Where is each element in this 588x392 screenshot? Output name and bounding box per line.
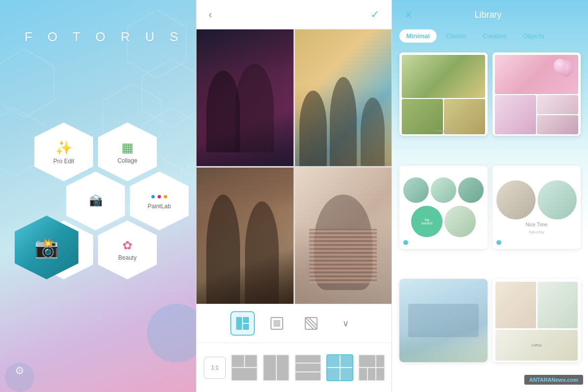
library-title: Library: [415, 10, 561, 20]
close-button[interactable]: ✕: [402, 6, 415, 23]
beauty-label: Beauty: [118, 254, 136, 261]
library-card-6[interactable]: coffee: [492, 279, 581, 362]
svg-rect-11: [273, 320, 280, 327]
svg-rect-8: [243, 317, 249, 323]
panel-library: ✕ Library Minimal Classic Creative Objec…: [392, 0, 588, 392]
toolbar-layout-button[interactable]: [230, 311, 255, 336]
new-badge-3: [403, 240, 408, 245]
library-card-2[interactable]: [492, 52, 581, 136]
library-grid: instagram: [392, 48, 588, 392]
tab-objects[interactable]: Objects: [516, 29, 551, 43]
hex-menu-grid: ✨ Pro Edit ▦ Collage ⬡ 📷 ● ● ●: [24, 122, 172, 289]
beauty-icon: ✿: [122, 239, 132, 252]
watermark-news: News: [552, 377, 566, 383]
back-button[interactable]: ‹: [206, 6, 215, 23]
app-title: F O T O R U S: [24, 29, 184, 45]
confirm-button[interactable]: ✓: [368, 6, 382, 24]
circle-decoration-1: [147, 304, 196, 363]
layout-selector: 1:1: [196, 343, 392, 392]
photo-cell-4[interactable]: [295, 168, 392, 304]
photo-cell-1[interactable]: [196, 29, 294, 166]
panel-editor: ‹ ✓: [196, 0, 392, 392]
new-badge-4: [496, 240, 501, 245]
menu-item-beauty[interactable]: ✿ Beauty: [98, 220, 157, 279]
editor-header: ‹ ✓: [196, 0, 392, 29]
tab-minimal[interactable]: Minimal: [399, 29, 437, 43]
library-card-1[interactable]: instagram: [399, 52, 488, 136]
app-logo: 📸: [15, 216, 78, 279]
library-card-3[interactable]: bigharvest: [399, 166, 488, 249]
layout-option-3[interactable]: [294, 354, 321, 381]
svg-marker-1: [142, 59, 196, 127]
watermark: ANTARANews.com: [524, 375, 583, 385]
photo-grid: [196, 29, 392, 304]
toolbar-more-button[interactable]: ∨: [333, 311, 358, 336]
panel-home: F O T O R U S ✨ Pro Edit ▦ Collage ⬡ 📷: [0, 0, 196, 392]
layout-option-5[interactable]: [358, 354, 385, 381]
watermark-antara: ANTARA: [529, 377, 552, 383]
toolbar-border-button[interactable]: [265, 311, 289, 336]
watermark-suffix: .com: [565, 377, 578, 383]
library-header: ✕ Library: [392, 0, 588, 29]
layout-option-2[interactable]: [263, 354, 290, 381]
collage-icon: ▦: [122, 140, 134, 155]
photo-cell-3[interactable]: [196, 168, 294, 304]
svg-marker-5: [0, 49, 54, 118]
photo-cell-2[interactable]: [295, 29, 392, 166]
ratio-button[interactable]: 1:1: [204, 357, 226, 379]
library-card-5[interactable]: [399, 279, 488, 362]
svg-rect-7: [236, 317, 242, 330]
tab-classic[interactable]: Classic: [439, 29, 473, 43]
layout-option-4[interactable]: [326, 354, 353, 381]
editor-toolbar: ∨: [196, 304, 392, 343]
chevron-down-icon: ∨: [343, 318, 349, 329]
pro-edit-label: Pro Edit: [53, 158, 74, 165]
tab-creative[interactable]: Creative: [476, 29, 513, 43]
paintlab-label: PaintLab: [147, 203, 171, 210]
layout-option-1[interactable]: [231, 354, 258, 381]
pro-edit-icon: ✨: [55, 140, 73, 156]
settings-icon[interactable]: ⚙: [15, 365, 24, 377]
library-tabs: Minimal Classic Creative Objects: [392, 29, 588, 43]
library-card-4[interactable]: Nice Time Saturday: [492, 166, 581, 249]
collage-label: Collage: [118, 157, 138, 164]
paintlab-icon: ● ● ●: [150, 192, 168, 201]
toolbar-pattern-button[interactable]: [299, 311, 323, 336]
svg-rect-9: [243, 324, 249, 330]
